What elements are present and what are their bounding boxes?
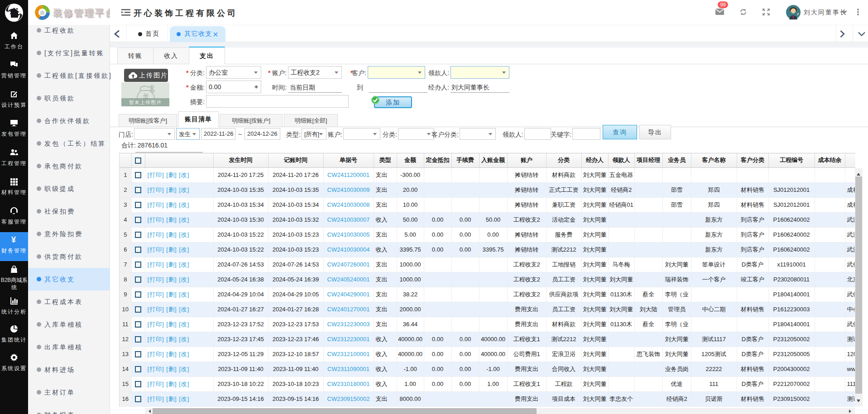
svg-text:¥: ¥ [11, 235, 17, 244]
